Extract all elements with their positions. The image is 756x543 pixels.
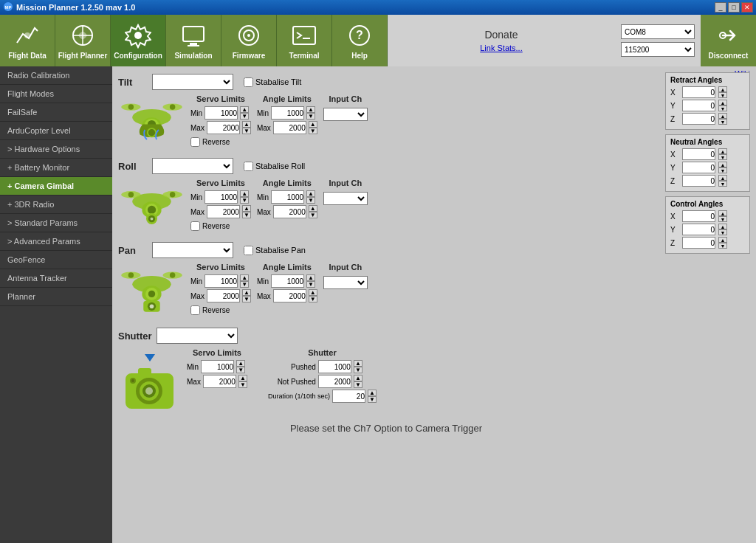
tilt-angle-min-input[interactable]	[271, 106, 304, 120]
control-y-up[interactable]: ▲	[718, 224, 727, 229]
shutter-servo-min-up[interactable]: ▲	[236, 360, 245, 367]
sidebar-item-antenna-tracker[interactable]: Antenna Tracker	[0, 269, 112, 288]
roll-servo-min-input[interactable]	[205, 190, 238, 204]
sidebar-item-geofence[interactable]: GeoFence	[0, 251, 112, 269]
maximize-button[interactable]: □	[728, 2, 740, 13]
tilt-angle-max-up[interactable]: ▲	[309, 121, 317, 128]
retract-y-down[interactable]: ▼	[718, 106, 727, 111]
help-button[interactable]: ? Help	[332, 15, 388, 66]
roll-servo-max-up[interactable]: ▲	[242, 205, 251, 212]
tilt-input-ch-select[interactable]	[323, 108, 368, 121]
link-stats-link[interactable]: Link Stats...	[480, 44, 522, 52]
sidebar-item-3dr-radio[interactable]: + 3DR Radio	[0, 196, 112, 214]
sidebar-item-advanced-params[interactable]: > Advanced Params	[0, 232, 112, 251]
shutter-not-pushed-input[interactable]	[318, 375, 351, 388]
sidebar-item-radio-calibration[interactable]: Radio Calibration	[0, 66, 112, 85]
tilt-servo-min-down[interactable]: ▼	[240, 113, 249, 120]
retract-y-up[interactable]: ▲	[718, 100, 727, 106]
tilt-servo-min-up[interactable]: ▲	[240, 106, 249, 113]
shutter-pushed-down[interactable]: ▼	[354, 367, 362, 373]
sidebar-item-standard-params[interactable]: > Standard Params	[0, 214, 112, 232]
roll-reverse-checkbox[interactable]	[190, 221, 200, 231]
roll-dropdown[interactable]	[152, 158, 233, 174]
shutter-duration-input[interactable]	[332, 390, 365, 403]
tilt-angle-min-up[interactable]: ▲	[306, 106, 315, 113]
shutter-pushed-up[interactable]: ▲	[354, 360, 362, 367]
roll-angle-max-down[interactable]: ▼	[309, 212, 317, 218]
sidebar-item-arducopter-level[interactable]: ArduCopter Level	[0, 122, 112, 140]
simulation-button[interactable]: Simulation	[166, 15, 221, 66]
pan-servo-max-input[interactable]	[207, 289, 240, 302]
tilt-servo-max-up[interactable]: ▲	[242, 121, 251, 128]
tilt-servo-min-input[interactable]	[205, 106, 238, 120]
neutral-x-input[interactable]	[682, 148, 715, 160]
sidebar-item-failsafe[interactable]: FailSafe	[0, 103, 112, 122]
retract-y-input[interactable]	[682, 100, 715, 111]
retract-z-input[interactable]	[682, 113, 715, 125]
retract-x-up[interactable]: ▲	[718, 86, 727, 92]
roll-input-ch-select[interactable]	[323, 192, 368, 205]
tilt-dropdown[interactable]	[152, 74, 233, 90]
sidebar-item-hardware-options[interactable]: > Hardware Options	[0, 140, 112, 159]
pan-servo-max-down[interactable]: ▼	[242, 296, 251, 302]
configuration-button[interactable]: Configuration	[111, 15, 166, 66]
pan-stabilise-checkbox[interactable]	[244, 246, 253, 255]
shutter-servo-max-up[interactable]: ▲	[238, 375, 247, 381]
neutral-z-down[interactable]: ▼	[718, 181, 727, 187]
flight-data-button[interactable]: Flight Data	[0, 15, 55, 66]
tilt-servo-max-down[interactable]: ▼	[242, 128, 251, 134]
shutter-dropdown[interactable]	[157, 328, 238, 344]
control-x-input[interactable]	[682, 210, 715, 222]
retract-z-up[interactable]: ▲	[718, 113, 727, 119]
tilt-servo-max-input[interactable]	[207, 121, 240, 134]
close-button[interactable]: ✕	[741, 2, 753, 13]
shutter-pushed-input[interactable]	[318, 360, 351, 373]
roll-servo-max-input[interactable]	[207, 205, 240, 218]
firmware-button[interactable]: Firmware	[221, 15, 277, 66]
neutral-z-up[interactable]: ▲	[718, 175, 727, 181]
shutter-not-pushed-down[interactable]: ▼	[354, 381, 362, 388]
shutter-duration-down[interactable]: ▼	[368, 396, 377, 403]
com-port-select[interactable]: COM8	[621, 24, 695, 39]
pan-angle-max-up[interactable]: ▲	[309, 289, 317, 296]
pan-angle-min-down[interactable]: ▼	[306, 281, 315, 288]
neutral-x-up[interactable]: ▲	[718, 148, 727, 154]
roll-angle-max-up[interactable]: ▲	[309, 205, 317, 212]
roll-angle-min-input[interactable]	[271, 190, 304, 204]
neutral-x-down[interactable]: ▼	[718, 154, 727, 160]
control-y-down[interactable]: ▼	[718, 229, 727, 235]
roll-angle-min-down[interactable]: ▼	[306, 197, 315, 204]
pan-servo-min-down[interactable]: ▼	[240, 281, 249, 288]
control-z-input[interactable]	[682, 237, 715, 249]
control-y-input[interactable]	[682, 224, 715, 235]
sidebar-item-flight-modes[interactable]: Flight Modes	[0, 85, 112, 103]
pan-angle-max-input[interactable]	[273, 289, 306, 302]
tilt-angle-max-down[interactable]: ▼	[309, 128, 317, 134]
roll-servo-min-down[interactable]: ▼	[240, 197, 249, 204]
shutter-servo-min-down[interactable]: ▼	[236, 367, 245, 373]
sidebar-item-planner[interactable]: Planner	[0, 288, 112, 306]
pan-dropdown[interactable]	[152, 242, 233, 258]
control-x-down[interactable]: ▼	[718, 216, 727, 222]
shutter-servo-min-input[interactable]	[201, 360, 234, 373]
flight-planner-button[interactable]: Flight Planner	[55, 15, 111, 66]
roll-angle-min-up[interactable]: ▲	[306, 190, 315, 197]
roll-angle-max-input[interactable]	[273, 205, 306, 218]
shutter-servo-max-input[interactable]	[203, 375, 236, 388]
pan-angle-min-input[interactable]	[271, 274, 304, 288]
pan-angle-min-up[interactable]: ▲	[306, 274, 315, 281]
shutter-not-pushed-up[interactable]: ▲	[354, 375, 362, 381]
neutral-z-input[interactable]	[682, 175, 715, 187]
retract-x-input[interactable]	[682, 86, 715, 98]
neutral-y-up[interactable]: ▲	[718, 162, 727, 167]
control-z-down[interactable]: ▼	[718, 243, 727, 249]
tilt-reverse-checkbox[interactable]	[190, 137, 200, 147]
retract-x-down[interactable]: ▼	[718, 92, 727, 98]
terminal-button[interactable]: Terminal	[277, 15, 332, 66]
roll-servo-max-down[interactable]: ▼	[242, 212, 251, 218]
disconnect-button[interactable]: Disconnect	[701, 15, 756, 66]
tilt-angle-min-down[interactable]: ▼	[306, 113, 315, 120]
retract-z-down[interactable]: ▼	[718, 119, 727, 125]
pan-servo-max-up[interactable]: ▲	[242, 289, 251, 296]
neutral-y-down[interactable]: ▼	[718, 167, 727, 173]
